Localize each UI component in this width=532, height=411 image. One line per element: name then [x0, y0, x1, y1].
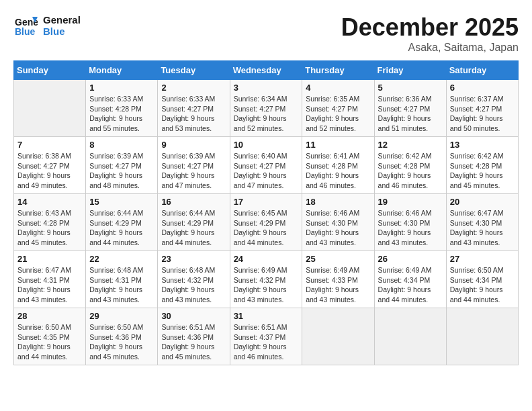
logo: General Blue General Blue — [13, 13, 81, 38]
day-cell: 23Sunrise: 6:48 AMSunset: 4:32 PMDayligh… — [158, 251, 230, 308]
day-info: Sunrise: 6:48 AMSunset: 4:32 PMDaylight:… — [161, 265, 226, 305]
day-info: Sunrise: 6:37 AMSunset: 4:27 PMDaylight:… — [450, 94, 515, 134]
day-number: 11 — [306, 140, 370, 150]
logo-blue: Blue — [43, 26, 81, 37]
day-number: 12 — [378, 140, 443, 150]
page-header: General Blue General Blue December 2025 … — [13, 13, 519, 54]
day-cell: 1Sunrise: 6:33 AMSunset: 4:28 PMDaylight… — [86, 80, 158, 137]
day-info: Sunrise: 6:49 AMSunset: 4:33 PMDaylight:… — [306, 265, 370, 305]
day-cell: 13Sunrise: 6:42 AMSunset: 4:28 PMDayligh… — [446, 137, 518, 194]
day-info: Sunrise: 6:50 AMSunset: 4:35 PMDaylight:… — [17, 322, 82, 362]
day-cell: 19Sunrise: 6:46 AMSunset: 4:30 PMDayligh… — [374, 194, 446, 251]
weekday-header-monday: Monday — [86, 61, 158, 80]
day-info: Sunrise: 6:48 AMSunset: 4:31 PMDaylight:… — [89, 265, 154, 305]
day-number: 28 — [17, 311, 82, 321]
day-info: Sunrise: 6:46 AMSunset: 4:30 PMDaylight:… — [306, 208, 370, 248]
calendar-body: 1Sunrise: 6:33 AMSunset: 4:28 PMDaylight… — [14, 80, 519, 365]
day-cell — [374, 308, 446, 365]
weekday-header-saturday: Saturday — [446, 61, 518, 80]
day-cell: 20Sunrise: 6:47 AMSunset: 4:30 PMDayligh… — [446, 194, 518, 251]
day-cell: 9Sunrise: 6:39 AMSunset: 4:27 PMDaylight… — [158, 137, 230, 194]
day-info: Sunrise: 6:41 AMSunset: 4:28 PMDaylight:… — [306, 151, 370, 191]
day-number: 1 — [89, 83, 154, 93]
day-number: 6 — [450, 83, 515, 93]
logo-general: General — [43, 14, 81, 26]
day-number: 14 — [17, 197, 82, 207]
day-info: Sunrise: 6:33 AMSunset: 4:28 PMDaylight:… — [89, 94, 154, 134]
day-info: Sunrise: 6:46 AMSunset: 4:30 PMDaylight:… — [378, 208, 443, 248]
day-cell: 31Sunrise: 6:51 AMSunset: 4:37 PMDayligh… — [230, 308, 302, 365]
day-cell — [446, 308, 518, 365]
day-number: 10 — [234, 140, 299, 150]
day-cell: 3Sunrise: 6:34 AMSunset: 4:27 PMDaylight… — [230, 80, 302, 137]
day-number: 22 — [89, 254, 154, 264]
day-cell: 18Sunrise: 6:46 AMSunset: 4:30 PMDayligh… — [302, 194, 374, 251]
day-number: 26 — [378, 254, 443, 264]
day-info: Sunrise: 6:51 AMSunset: 4:36 PMDaylight:… — [161, 322, 226, 362]
day-info: Sunrise: 6:36 AMSunset: 4:27 PMDaylight:… — [378, 94, 443, 134]
day-info: Sunrise: 6:49 AMSunset: 4:32 PMDaylight:… — [234, 265, 299, 305]
day-info: Sunrise: 6:39 AMSunset: 4:27 PMDaylight:… — [161, 151, 226, 191]
day-cell: 4Sunrise: 6:35 AMSunset: 4:27 PMDaylight… — [302, 80, 374, 137]
day-number: 4 — [306, 83, 370, 93]
day-info: Sunrise: 6:35 AMSunset: 4:27 PMDaylight:… — [306, 94, 370, 134]
day-cell: 22Sunrise: 6:48 AMSunset: 4:31 PMDayligh… — [86, 251, 158, 308]
day-number: 20 — [450, 197, 515, 207]
day-info: Sunrise: 6:50 AMSunset: 4:34 PMDaylight:… — [450, 265, 515, 305]
day-number: 7 — [17, 140, 82, 150]
day-info: Sunrise: 6:47 AMSunset: 4:30 PMDaylight:… — [450, 208, 515, 248]
week-row-5: 28Sunrise: 6:50 AMSunset: 4:35 PMDayligh… — [14, 308, 519, 365]
day-cell: 17Sunrise: 6:45 AMSunset: 4:29 PMDayligh… — [230, 194, 302, 251]
day-cell: 29Sunrise: 6:50 AMSunset: 4:36 PMDayligh… — [86, 308, 158, 365]
day-cell: 12Sunrise: 6:42 AMSunset: 4:28 PMDayligh… — [374, 137, 446, 194]
day-info: Sunrise: 6:34 AMSunset: 4:27 PMDaylight:… — [234, 94, 299, 134]
weekday-header-thursday: Thursday — [302, 61, 374, 80]
day-number: 25 — [306, 254, 370, 264]
day-cell: 25Sunrise: 6:49 AMSunset: 4:33 PMDayligh… — [302, 251, 374, 308]
day-cell: 10Sunrise: 6:40 AMSunset: 4:27 PMDayligh… — [230, 137, 302, 194]
day-info: Sunrise: 6:38 AMSunset: 4:27 PMDaylight:… — [17, 151, 82, 191]
day-number: 8 — [89, 140, 154, 150]
weekday-header-row: SundayMondayTuesdayWednesdayThursdayFrid… — [14, 61, 519, 80]
day-info: Sunrise: 6:42 AMSunset: 4:28 PMDaylight:… — [450, 151, 515, 191]
week-row-2: 7Sunrise: 6:38 AMSunset: 4:27 PMDaylight… — [14, 137, 519, 194]
day-info: Sunrise: 6:44 AMSunset: 4:29 PMDaylight:… — [89, 208, 154, 248]
month-title: December 2025 — [341, 13, 519, 42]
day-cell: 14Sunrise: 6:43 AMSunset: 4:28 PMDayligh… — [14, 194, 86, 251]
day-info: Sunrise: 6:33 AMSunset: 4:27 PMDaylight:… — [161, 94, 226, 134]
week-row-4: 21Sunrise: 6:47 AMSunset: 4:31 PMDayligh… — [14, 251, 519, 308]
calendar-table: SundayMondayTuesdayWednesdayThursdayFrid… — [13, 60, 519, 365]
day-number: 3 — [234, 83, 299, 93]
day-cell: 30Sunrise: 6:51 AMSunset: 4:36 PMDayligh… — [158, 308, 230, 365]
weekday-header-tuesday: Tuesday — [158, 61, 230, 80]
day-info: Sunrise: 6:49 AMSunset: 4:34 PMDaylight:… — [378, 265, 443, 305]
day-number: 31 — [234, 311, 299, 321]
day-cell: 28Sunrise: 6:50 AMSunset: 4:35 PMDayligh… — [14, 308, 86, 365]
day-info: Sunrise: 6:42 AMSunset: 4:28 PMDaylight:… — [378, 151, 443, 191]
day-number: 9 — [161, 140, 226, 150]
day-number: 19 — [378, 197, 443, 207]
day-cell: 8Sunrise: 6:39 AMSunset: 4:27 PMDaylight… — [86, 137, 158, 194]
day-info: Sunrise: 6:47 AMSunset: 4:31 PMDaylight:… — [17, 265, 82, 305]
weekday-header-sunday: Sunday — [14, 61, 86, 80]
day-number: 5 — [378, 83, 443, 93]
day-cell: 21Sunrise: 6:47 AMSunset: 4:31 PMDayligh… — [14, 251, 86, 308]
location: Asaka, Saitama, Japan — [341, 42, 519, 54]
day-cell: 27Sunrise: 6:50 AMSunset: 4:34 PMDayligh… — [446, 251, 518, 308]
day-cell: 5Sunrise: 6:36 AMSunset: 4:27 PMDaylight… — [374, 80, 446, 137]
weekday-header-friday: Friday — [374, 61, 446, 80]
day-cell: 7Sunrise: 6:38 AMSunset: 4:27 PMDaylight… — [14, 137, 86, 194]
day-info: Sunrise: 6:45 AMSunset: 4:29 PMDaylight:… — [234, 208, 299, 248]
day-number: 17 — [234, 197, 299, 207]
svg-text:Blue: Blue — [15, 26, 36, 37]
day-number: 2 — [161, 83, 226, 93]
day-cell: 15Sunrise: 6:44 AMSunset: 4:29 PMDayligh… — [86, 194, 158, 251]
day-info: Sunrise: 6:44 AMSunset: 4:29 PMDaylight:… — [161, 208, 226, 248]
day-cell: 24Sunrise: 6:49 AMSunset: 4:32 PMDayligh… — [230, 251, 302, 308]
day-number: 24 — [234, 254, 299, 264]
day-number: 27 — [450, 254, 515, 264]
day-cell: 16Sunrise: 6:44 AMSunset: 4:29 PMDayligh… — [158, 194, 230, 251]
day-info: Sunrise: 6:39 AMSunset: 4:27 PMDaylight:… — [89, 151, 154, 191]
title-block: December 2025 Asaka, Saitama, Japan — [341, 13, 519, 54]
day-cell: 26Sunrise: 6:49 AMSunset: 4:34 PMDayligh… — [374, 251, 446, 308]
